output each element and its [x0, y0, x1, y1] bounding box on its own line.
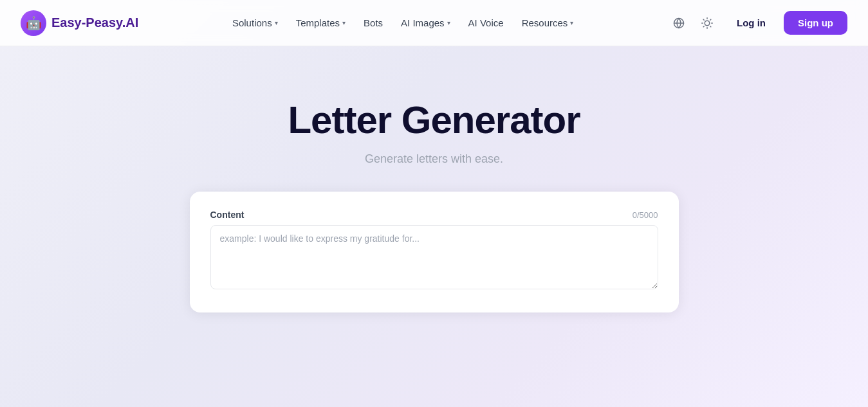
nav-label-ai-images: AI Images [401, 17, 445, 28]
nav-item-ai-images[interactable]: AI Images ▾ [393, 12, 458, 33]
main-content: Letter Generator Generate letters with e… [0, 46, 868, 312]
navbar: 🤖 Easy-Peasy.AI Solutions ▾ Templates ▾ … [0, 0, 868, 46]
theme-toggle-button[interactable] [696, 12, 719, 35]
chevron-down-icon: ▾ [275, 19, 278, 26]
nav-label-templates: Templates [296, 17, 340, 28]
sun-icon [701, 17, 713, 29]
content-field: Content 0/5000 [210, 210, 658, 292]
logo[interactable]: 🤖 Easy-Peasy.AI [21, 10, 138, 36]
char-count: 0/5000 [633, 210, 658, 220]
chevron-down-icon: ▾ [570, 19, 573, 26]
page-title: Letter Generator [288, 98, 580, 142]
nav-item-ai-voice[interactable]: AI Voice [461, 12, 512, 33]
login-button[interactable]: Log in [724, 12, 779, 33]
language-button[interactable] [667, 12, 690, 35]
nav-label-ai-voice: AI Voice [468, 17, 504, 28]
svg-line-5 [703, 19, 704, 20]
field-header: Content 0/5000 [210, 210, 658, 220]
content-label: Content [210, 210, 245, 220]
chevron-down-icon: ▾ [342, 19, 346, 26]
logo-text: Easy-Peasy.AI [51, 15, 138, 30]
form-card: Content 0/5000 [190, 192, 679, 312]
nav-label-resources: Resources [522, 17, 568, 28]
nav-label-bots: Bots [364, 17, 383, 28]
page-subtitle: Generate letters with ease. [365, 152, 503, 166]
signup-button[interactable]: Sign up [784, 11, 847, 35]
svg-line-6 [710, 26, 711, 26]
chevron-down-icon: ▾ [447, 19, 450, 26]
nav-label-solutions: Solutions [232, 17, 272, 28]
nav-actions: Log in Sign up [667, 11, 847, 35]
nav-links: Solutions ▾ Templates ▾ Bots AI Images ▾… [225, 12, 581, 33]
svg-line-9 [703, 26, 704, 26]
nav-item-solutions[interactable]: Solutions ▾ [225, 12, 286, 33]
content-textarea[interactable] [210, 225, 658, 289]
logo-icon: 🤖 [21, 10, 46, 36]
globe-icon [673, 17, 685, 29]
nav-item-templates[interactable]: Templates ▾ [288, 12, 353, 33]
svg-point-2 [705, 21, 710, 26]
nav-item-bots[interactable]: Bots [356, 12, 391, 33]
nav-item-resources[interactable]: Resources ▾ [514, 12, 582, 33]
svg-line-10 [710, 19, 711, 20]
